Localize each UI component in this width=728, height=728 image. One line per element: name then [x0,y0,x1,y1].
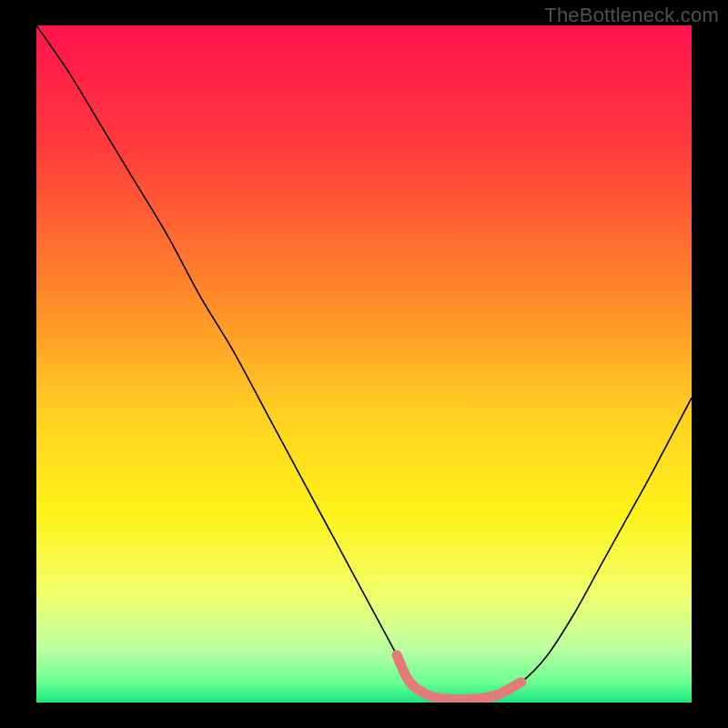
watermark-label: TheBottleneck.com [544,4,719,27]
gradient-background [36,25,692,703]
chart-frame: TheBottleneck.com [0,0,728,728]
plot-area [36,25,692,703]
bottleneck-plot [36,25,692,703]
